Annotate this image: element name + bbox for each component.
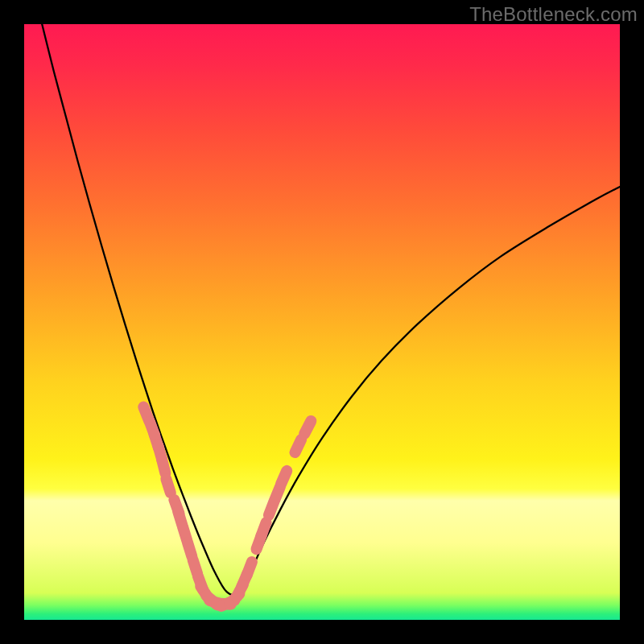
scatter-accent — [143, 407, 311, 606]
scatter-marker — [261, 522, 266, 536]
scatter-marker — [281, 471, 287, 484]
bottleneck-curve — [42, 24, 620, 596]
scatter-marker — [304, 421, 311, 434]
plot-area — [24, 24, 620, 620]
scatter-marker — [162, 459, 165, 473]
scatter-marker — [247, 562, 252, 576]
chart-canvas — [24, 24, 620, 620]
watermark-text: TheBottleneck.com — [469, 3, 638, 26]
chart-stage: TheBottleneck.com — [0, 0, 644, 644]
scatter-marker — [295, 440, 302, 452]
scatter-marker — [188, 543, 192, 556]
scatter-marker — [166, 479, 171, 493]
